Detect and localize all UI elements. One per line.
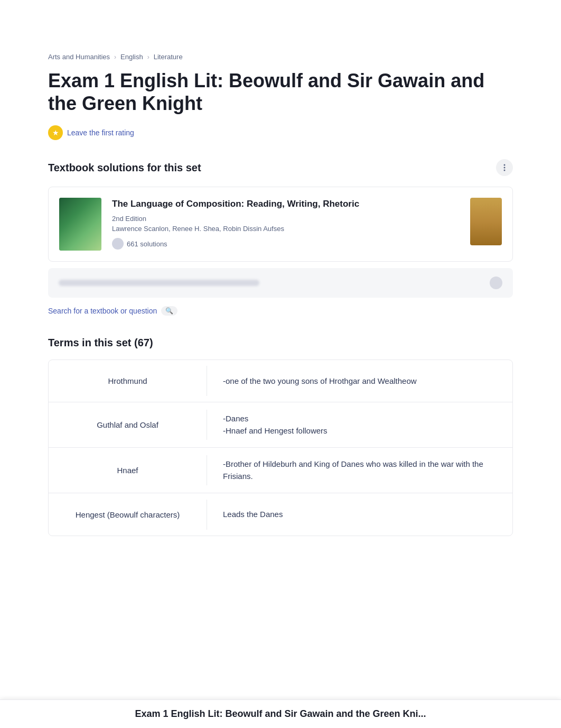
textbook-authors: Lawrence Scanlon, Renee H. Shea, Robin D…: [112, 225, 502, 233]
svg-point-2: [504, 170, 506, 171]
terms-table: Hrothmund -one of the two young sons of …: [48, 360, 513, 536]
definition-hengest: Leads the Danes: [207, 498, 512, 531]
solutions-count: 661 solutions: [127, 240, 167, 248]
definition-hrothmund: -one of the two young sons of Hrothgar a…: [207, 365, 512, 398]
table-row: Guthlaf and Oslaf -Danes -Hnaef and Heng…: [49, 402, 512, 448]
svg-point-1: [504, 167, 506, 169]
solutions-avatar: [112, 238, 124, 250]
textbook-title: The Language of Composition: Reading, Wr…: [112, 198, 502, 210]
bottom-bar: Exam 1 English Lit: Beowulf and Sir Gawa…: [0, 699, 561, 728]
table-row: Hrothmund -one of the two young sons of …: [49, 360, 512, 402]
textbook-card[interactable]: The Language of Composition: Reading, Wr…: [48, 187, 513, 262]
search-textbook-link[interactable]: Search for a textbook or question: [48, 307, 157, 315]
solutions-row: 661 solutions: [112, 238, 502, 250]
term-hengest: Hengest (Beowulf characters): [49, 500, 207, 530]
breadcrumb-arts[interactable]: Arts and Humanities: [48, 53, 110, 61]
table-row: Hengest (Beowulf characters) Leads the D…: [49, 493, 512, 536]
textbook-section-title: Textbook solutions for this set: [48, 162, 201, 174]
search-badge: 🔍: [161, 306, 177, 316]
textbook-edition: 2nd Edition: [112, 215, 502, 223]
page-title: Exam 1 English Lit: Beowulf and Sir Gawa…: [48, 69, 513, 115]
term-hnaef: Hnaef: [49, 455, 207, 485]
breadcrumb-english[interactable]: English: [120, 53, 143, 61]
term-guthlaf-oslaf: Guthlaf and Oslaf: [49, 410, 207, 440]
definition-hnaef: -Brother of Hildeburh and King of Danes …: [207, 448, 512, 493]
breadcrumb-sep-1: ›: [114, 53, 116, 61]
term-hrothmund: Hrothmund: [49, 366, 207, 396]
breadcrumb-sep-2: ›: [147, 53, 149, 61]
textbook-info: The Language of Composition: Reading, Wr…: [112, 198, 502, 250]
textbook-side-image: [470, 198, 502, 245]
blur-bar: [59, 280, 259, 286]
rating-row: ★ Leave the first rating: [48, 125, 513, 140]
breadcrumb: Arts and Humanities › English › Literatu…: [48, 53, 513, 61]
textbook-section-header: Textbook solutions for this set: [48, 159, 513, 176]
bottom-bar-title: Exam 1 English Lit: Beowulf and Sir Gawa…: [135, 708, 426, 720]
more-icon: [500, 163, 509, 172]
table-row: Hnaef -Brother of Hildeburh and King of …: [49, 448, 512, 493]
blur-icon: [490, 277, 502, 289]
breadcrumb-literature[interactable]: Literature: [154, 53, 183, 61]
textbook-cover-image: [59, 198, 101, 251]
definition-guthlaf-oslaf: -Danes -Hnaef and Hengest followers: [207, 402, 512, 447]
textbook-section-more-button[interactable]: [496, 159, 513, 176]
leave-rating-link[interactable]: Leave the first rating: [67, 128, 134, 137]
terms-section-title: Terms in this set (67): [48, 337, 513, 349]
blurred-textbook-row: [48, 268, 513, 298]
search-textbook-row: Search for a textbook or question 🔍: [48, 306, 513, 316]
svg-point-0: [504, 164, 506, 166]
rating-star-icon: ★: [48, 125, 63, 140]
